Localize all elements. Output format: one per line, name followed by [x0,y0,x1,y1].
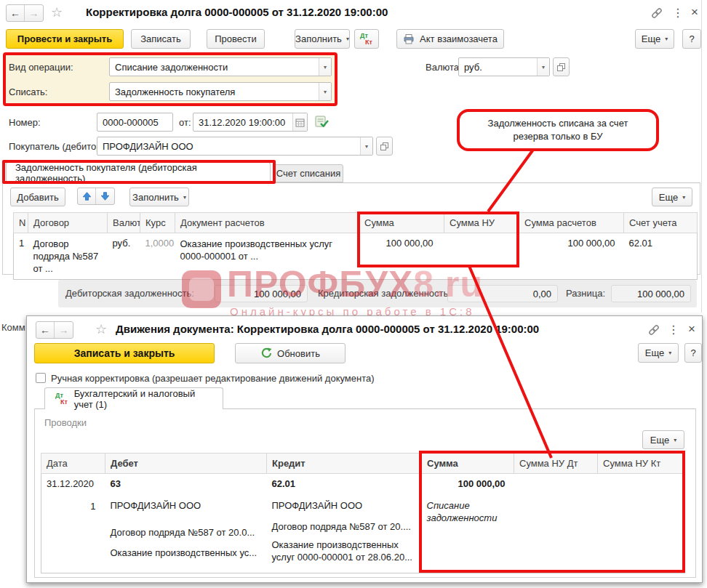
cell-amount-nu-kt [598,474,685,573]
more-button[interactable]: Еще▾ [635,29,674,49]
write-button[interactable]: Записать [131,29,191,49]
debit-contract: Договор подряда №587 от 20.0... [111,527,262,538]
operation-type-label: Вид операции: [9,62,73,73]
fill-table-button[interactable]: Заполнить▾ [129,188,189,206]
dtkt-icon: ДтКт [54,392,68,406]
cell-settle-amount: 100 000,00 [519,233,624,280]
calendar-glyph [295,118,305,127]
debt-table-row[interactable]: 1 Договор подряда №587 от ... руб. 1,000… [14,233,698,280]
operation-type-select[interactable]: Списание задолженности ▾ [109,57,332,76]
cell-date: 31.12.2020 1 [41,474,105,573]
refresh-icon [260,347,272,359]
forward-arrow-icon[interactable]: → [55,322,73,338]
favorite-star-icon[interactable]: ☆ [94,321,108,337]
refresh-label: Обновить [277,348,320,359]
chevron-down-icon[interactable]: ▾ [360,137,372,155]
posting-row[interactable]: 31.12.2020 1 63 ПРОФДИЗАЙН ООО Договор п… [41,474,685,573]
credit-document: Оказание производственных услуг 0000-000… [272,539,417,563]
move-up-button[interactable] [78,188,96,204]
link-icon[interactable] [647,323,661,337]
link-icon[interactable] [650,6,664,20]
col-credit: Кредит [267,454,422,474]
chain-glyph [647,323,660,337]
debit-organization: ПРОФДИЗАЙН ООО [111,500,262,511]
kt-glyph: Кт [365,39,372,46]
back-arrow-icon[interactable]: ← [7,5,25,21]
payable-value: 0,00 [447,285,558,302]
close-glyph: × [688,322,695,337]
manual-adjustment-checkbox[interactable] [36,373,46,383]
add-row-button[interactable]: Добавить [10,188,65,206]
menu-dots-icon[interactable]: ⋮ [673,4,683,20]
caret-glyph: ▾ [542,64,545,71]
customer-value: ПРОФДИЗАЙН ООО [103,141,193,152]
fill-button[interactable]: Заполнить▾ [295,29,350,49]
chevron-down-icon[interactable]: ▾ [319,58,331,76]
more-label: Еще [650,435,669,446]
number-value: 0000-000005 [103,117,159,128]
tab-accounting-tax[interactable]: ДтКт Бухгалтерский и налоговый учет (1) [44,387,223,409]
offset-act-button[interactable]: Акт взаимозачета [396,29,504,49]
close-icon[interactable]: × [689,4,700,20]
nav-history-group: ← → [6,4,44,22]
help-button[interactable]: ? [682,29,701,49]
number-input[interactable]: 0000-000005 [97,113,173,132]
window-title: Корректировка долга 0000-000005 от 31.12… [86,6,388,18]
chevron-down-icon[interactable]: ▾ [537,58,549,76]
currency-select[interactable]: руб. ▾ [458,57,550,76]
more-button[interactable]: Еще▾ [638,343,679,363]
customer-select[interactable]: ПРОФДИЗАЙН ООО ▾ [97,137,373,156]
tab-debtor-debt[interactable]: Задолженность покупателя (дебиторская за… [6,162,271,183]
writeoff-label: Списать: [9,86,47,97]
date-prefix-label: от: [179,117,191,128]
help-button[interactable]: ? [684,343,702,363]
debit-document: Оказание производственных ус... [111,547,262,558]
caret-glyph: ▾ [324,64,327,71]
dots-glyph: ⋮ [672,6,684,20]
cell-currency: руб. [108,233,140,280]
menu-dots-icon[interactable]: ⋮ [668,321,679,337]
table-more-button[interactable]: Еще▾ [652,188,692,206]
manual-adjustment-label: Ручная корректировка (разрешает редактир… [51,373,375,384]
writeoff-select[interactable]: Задолженность покупателя ▾ [109,82,332,101]
posted-document-icon [314,114,329,129]
back-arrow-icon[interactable]: ← [36,322,55,338]
caret-icon: ▾ [682,194,685,201]
col-n: N [14,213,28,233]
posting-amount: 100 000,00 [427,478,509,489]
fill-label: Заполнить [132,192,179,203]
chevron-down-icon[interactable]: ▾ [319,83,331,100]
tab-writeoff-account[interactable]: Счет списания [273,164,343,182]
credit-contract: Договор подряда №587 от 20.... [272,521,417,532]
dtkt-postings-button[interactable]: ДтКт [354,29,379,49]
caret-icon: ▾ [665,36,668,42]
col-amount-nu: Сумма НУ [444,213,519,233]
cell-amount: 100 000,00 [359,233,444,280]
caret-icon: ▾ [183,194,186,201]
forward-arrow-icon[interactable]: → [25,5,43,21]
posting-comment: Списание задолженности [427,499,492,524]
dtkt-icon: ДтКт [359,32,375,47]
post-button[interactable]: Провести [207,29,265,49]
col-amount-nu-kt: Сумма НУ Кт [598,454,685,474]
open-customer-button[interactable] [376,137,393,156]
caret-icon: ▾ [674,437,676,443]
tab-debtor-debt-label: Задолженность покупателя (дебиторская за… [15,162,261,184]
refresh-button[interactable]: Обновить [235,343,345,363]
annotation-note-text: Задолженность списана за счет резерва то… [470,117,646,143]
favorite-star-icon[interactable]: ☆ [49,4,64,20]
currency-value: руб. [464,62,482,73]
more-label: Еще [659,192,678,203]
post-and-close-button[interactable]: Провести и закрыть [6,29,124,49]
star-glyph: ☆ [51,4,63,20]
move-down-button[interactable] [96,188,114,204]
payable-label: Кредиторская задолженность: [318,288,451,299]
close-icon[interactable]: × [686,321,698,337]
calendar-icon[interactable] [292,113,307,131]
open-in-list-icon [380,142,389,151]
write-and-close-button[interactable]: Записать и закрыть [34,343,215,363]
postings-more-button[interactable]: Еще▾ [642,430,684,449]
date-input[interactable]: 31.12.2020 19:00:00 [193,113,308,132]
caret-glyph: ▾ [324,89,327,95]
open-currency-button[interactable] [553,57,570,76]
